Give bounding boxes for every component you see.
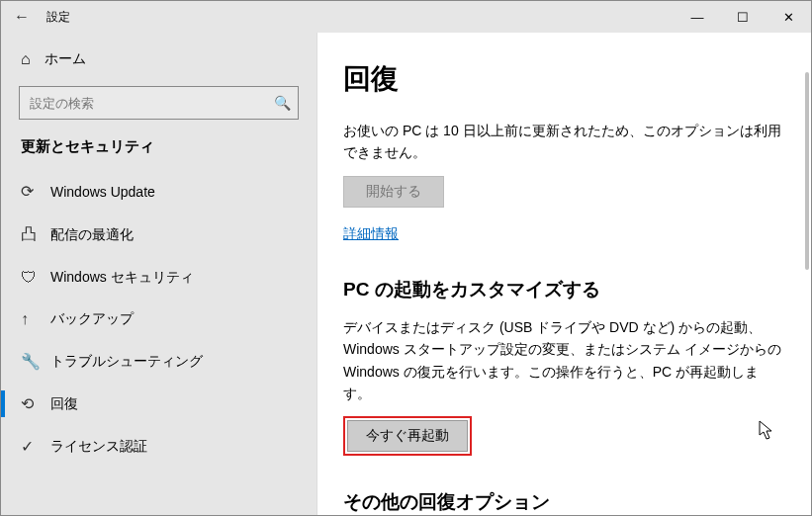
other-recovery-heading: その他の回復オプション xyxy=(343,489,785,515)
cursor-icon xyxy=(759,420,776,442)
sidebar-item-troubleshoot[interactable]: 🔧 トラブルシューティング xyxy=(1,340,316,383)
wrench-icon: 🔧 xyxy=(21,352,50,371)
sidebar-item-label: ライセンス認証 xyxy=(50,438,147,456)
sidebar-item-label: Windows セキュリティ xyxy=(50,269,194,287)
sidebar-item-label: 配信の最適化 xyxy=(50,226,134,244)
sidebar-item-label: Windows Update xyxy=(50,184,155,200)
sidebar-item-backup[interactable]: ↑ バックアップ xyxy=(1,299,316,340)
more-info-link[interactable]: 詳細情報 xyxy=(343,225,399,243)
titlebar: ← 設定 — ☐ ✕ xyxy=(1,1,811,33)
sidebar-item-windows-update[interactable]: ⟳ Windows Update xyxy=(1,170,316,213)
start-button: 開始する xyxy=(343,176,444,208)
minimize-button[interactable]: — xyxy=(675,1,720,33)
search-input[interactable] xyxy=(20,96,266,111)
sidebar-item-label: トラブルシューティング xyxy=(50,353,203,371)
customize-startup-text: デバイスまたはディスク (USB ドライブや DVD など) からの起動、Win… xyxy=(343,316,785,405)
sidebar: ⌂ ホーム 🔍 更新とセキュリティ ⟳ Windows Update 凸 配信の… xyxy=(1,33,317,515)
search-box[interactable]: 🔍 xyxy=(19,86,299,120)
sidebar-item-windows-security[interactable]: 🛡 Windows セキュリティ xyxy=(1,257,316,299)
sidebar-item-delivery-optimization[interactable]: 凸 配信の最適化 xyxy=(1,213,316,257)
sidebar-item-recovery[interactable]: ⟲ 回復 xyxy=(1,383,316,425)
close-button[interactable]: ✕ xyxy=(766,1,811,33)
customize-startup-heading: PC の起動をカスタマイズする xyxy=(343,277,785,302)
shield-icon: 🛡 xyxy=(21,269,50,287)
search-icon: 🔍 xyxy=(266,95,298,111)
home-icon: ⌂ xyxy=(21,50,45,68)
sidebar-item-label: 回復 xyxy=(50,395,78,413)
recovery-icon: ⟲ xyxy=(21,394,50,413)
backup-icon: ↑ xyxy=(21,310,50,328)
back-button[interactable]: ← xyxy=(1,8,43,26)
sidebar-item-activation[interactable]: ✓ ライセンス認証 xyxy=(1,425,316,468)
section-title: 更新とセキュリティ xyxy=(1,131,316,170)
content: 回復 お使いの PC は 10 日以上前に更新されたため、このオプションは利用で… xyxy=(317,33,811,515)
sync-icon: ⟳ xyxy=(21,182,50,201)
check-icon: ✓ xyxy=(21,437,50,456)
highlight-box: 今すぐ再起動 xyxy=(343,416,472,456)
home-label: ホーム xyxy=(45,50,86,68)
maximize-button[interactable]: ☐ xyxy=(720,1,766,33)
sidebar-item-label: バックアップ xyxy=(50,310,134,328)
home-link[interactable]: ⌂ ホーム xyxy=(1,43,316,76)
delivery-icon: 凸 xyxy=(21,224,50,245)
window-title: 設定 xyxy=(43,9,70,26)
recovery-unavailable-text: お使いの PC は 10 日以上前に更新されたため、このオプションは利用できませ… xyxy=(343,120,785,164)
restart-now-button[interactable]: 今すぐ再起動 xyxy=(347,420,468,452)
scrollbar[interactable] xyxy=(805,72,809,270)
page-title: 回復 xyxy=(343,60,785,98)
